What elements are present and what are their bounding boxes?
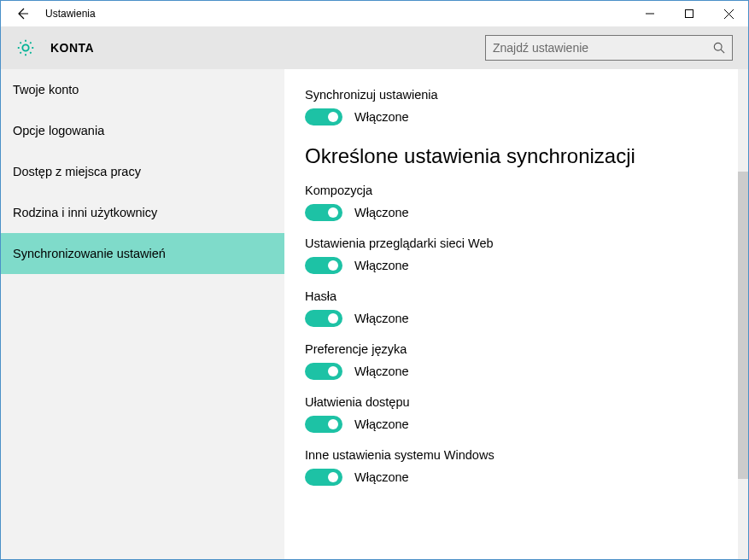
svg-point-4 [714, 43, 722, 50]
back-button[interactable] [9, 1, 35, 26]
toggle-state: Włączone [354, 365, 409, 378]
sidebar-item-label: Twoje konto [13, 83, 79, 96]
toggle-other-windows[interactable] [305, 469, 342, 486]
setting-label: Ustawienia przeglądarki sieci Web [305, 236, 728, 250]
sidebar-item-family-other-users[interactable]: Rodzina i inni użytkownicy [1, 192, 284, 233]
setting-theme: Kompozycja Włączone [305, 184, 728, 221]
setting-sync-master: Synchronizuj ustawienia Włączone [305, 88, 728, 125]
window-controls [630, 1, 748, 26]
search-box[interactable] [485, 35, 733, 61]
setting-browser: Ustawienia przeglądarki sieci Web Włączo… [305, 236, 728, 274]
setting-label: Synchronizuj ustawienia [305, 88, 728, 102]
setting-label: Kompozycja [305, 184, 728, 197]
gear-icon [16, 38, 35, 57]
scrollbar-thumb[interactable] [738, 172, 748, 479]
svg-line-5 [721, 50, 724, 53]
maximize-button[interactable] [670, 1, 709, 26]
sidebar-item-label: Rodzina i inni użytkownicy [13, 206, 157, 219]
toggle-row: Włączone [305, 108, 728, 125]
toggle-row: Włączone [305, 363, 728, 380]
setting-label: Preferencje języka [305, 342, 728, 356]
minimize-icon [646, 9, 654, 18]
close-button[interactable] [709, 1, 748, 26]
setting-label: Ułatwienia dostępu [305, 395, 728, 409]
sidebar-item-label: Dostęp z miejsca pracy [13, 165, 141, 178]
toggle-passwords[interactable] [305, 310, 342, 327]
setting-language: Preferencje języka Włączone [305, 342, 728, 380]
sidebar-item-sync-settings[interactable]: Synchronizowanie ustawień [1, 233, 284, 274]
toggle-sync-master[interactable] [305, 108, 342, 125]
toggle-row: Włączone [305, 257, 728, 274]
maximize-icon [685, 9, 693, 18]
setting-ease-of-access: Ułatwienia dostępu Włączone [305, 395, 728, 433]
toggle-state: Włączone [354, 110, 409, 124]
toggle-state: Włączone [354, 206, 409, 219]
vertical-scrollbar[interactable] [738, 69, 748, 559]
body: Twoje konto Opcje logowania Dostęp z mie… [1, 69, 748, 559]
sidebar-item-signin-options[interactable]: Opcje logowania [1, 110, 284, 151]
back-arrow-icon [15, 7, 29, 20]
section-heading: Określone ustawienia synchronizacji [305, 144, 728, 168]
toggle-knob [328, 366, 338, 376]
toggle-browser[interactable] [305, 257, 342, 274]
settings-window: Ustawienia KONTA [0, 0, 749, 560]
toggle-language[interactable] [305, 363, 342, 380]
toggle-state: Włączone [354, 312, 409, 325]
toggle-row: Włączone [305, 469, 728, 486]
search-input[interactable] [493, 41, 713, 55]
toggle-knob [328, 313, 338, 324]
sidebar-item-work-access[interactable]: Dostęp z miejsca pracy [1, 151, 284, 192]
window-title: Ustawienia [45, 8, 96, 20]
toggle-knob [328, 207, 338, 218]
toggle-state: Włączone [354, 417, 409, 431]
toggle-row: Włączone [305, 310, 728, 327]
toggle-knob [328, 419, 338, 429]
close-icon [724, 9, 734, 19]
setting-passwords: Hasła Włączone [305, 289, 728, 327]
toggle-row: Włączone [305, 204, 728, 221]
toggle-knob [328, 112, 338, 122]
sidebar: Twoje konto Opcje logowania Dostęp z mie… [1, 69, 284, 559]
section-title: KONTA [50, 41, 94, 55]
sidebar-item-label: Synchronizowanie ustawień [13, 247, 166, 260]
toggle-theme[interactable] [305, 204, 342, 221]
toggle-knob [328, 260, 338, 271]
toggle-ease-of-access[interactable] [305, 416, 342, 433]
setting-other-windows: Inne ustawienia systemu Windows Włączone [305, 448, 728, 486]
content-panel: Synchronizuj ustawienia Włączone Określo… [284, 69, 748, 559]
header-band: KONTA [1, 26, 748, 69]
titlebar: Ustawienia [1, 1, 748, 26]
sidebar-item-label: Opcje logowania [13, 124, 104, 137]
setting-label: Inne ustawienia systemu Windows [305, 448, 728, 462]
toggle-state: Włączone [354, 470, 409, 484]
toggle-row: Włączone [305, 416, 728, 433]
sidebar-item-your-account[interactable]: Twoje konto [1, 69, 284, 110]
toggle-knob [328, 472, 338, 482]
toggle-state: Włączone [354, 259, 409, 272]
svg-rect-1 [686, 10, 693, 18]
search-icon [713, 42, 725, 54]
setting-label: Hasła [305, 289, 728, 303]
minimize-button[interactable] [630, 1, 670, 26]
